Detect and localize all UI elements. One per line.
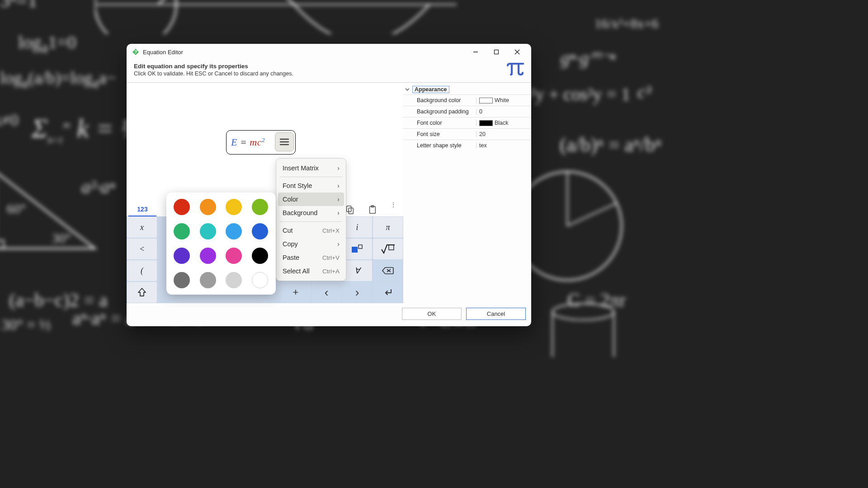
key-backspace[interactable]	[373, 260, 403, 281]
dialog-subtitle: Click OK to validate. Hit ESC or Cancel …	[134, 70, 506, 77]
prop-value[interactable]: tex	[476, 142, 531, 149]
prop-row-font-size[interactable]: Font size20	[403, 128, 531, 140]
color-swatch[interactable]	[252, 272, 268, 288]
svg-rect-1	[0, 240, 4, 249]
prop-name: Letter shape style	[403, 142, 476, 149]
svg-rect-13	[495, 50, 499, 54]
color-swatch[interactable]	[200, 223, 216, 239]
prop-value[interactable]: Black	[476, 120, 531, 126]
color-swatch[interactable]	[226, 223, 242, 239]
prop-value[interactable]: 0	[476, 108, 531, 115]
svg-rect-25	[389, 245, 394, 250]
prop-value[interactable]: White	[476, 97, 531, 103]
properties-pane: Appearance Background colorWhiteBackgrou…	[403, 83, 531, 303]
menu-separator	[279, 177, 343, 177]
chevron-right-icon: ›	[337, 196, 340, 203]
svg-point-7	[552, 304, 614, 320]
titlebar[interactable]: ? Equation Editor	[127, 44, 531, 60]
menu-background[interactable]: Background›	[278, 206, 344, 220]
key-x[interactable]: x	[127, 217, 157, 238]
chevron-right-icon: ›	[337, 182, 340, 189]
copy-icon[interactable]	[345, 205, 355, 215]
prop-name: Background color	[403, 97, 476, 103]
color-palette	[166, 192, 276, 295]
key-sqrt-template[interactable]	[373, 239, 403, 259]
dialog-footer: OK Cancel	[127, 303, 531, 326]
key-open-paren[interactable]: (	[127, 260, 157, 281]
prop-name: Font color	[403, 120, 476, 126]
menu-paste[interactable]: PasteCtrl+V	[278, 251, 344, 264]
dialog-header: Edit equation and specify its properties…	[127, 60, 531, 82]
color-swatch[interactable]	[252, 199, 268, 215]
equation-menu-button[interactable]	[275, 132, 294, 151]
pi-icon	[506, 62, 524, 75]
chevron-right-icon: ›	[337, 164, 340, 172]
key-shift[interactable]	[127, 282, 157, 303]
key-pi[interactable]: π	[373, 217, 403, 238]
menu-copy[interactable]: Copy›	[278, 237, 344, 251]
menu-select-all[interactable]: Select AllCtrl+A	[278, 264, 344, 278]
color-swatch[interactable]	[174, 272, 190, 288]
key-right-arrow[interactable]: ›	[342, 282, 372, 303]
app-icon: ?	[132, 48, 139, 56]
svg-line-6	[567, 203, 616, 226]
color-swatch[interactable]	[226, 248, 242, 264]
prop-name: Font size	[403, 131, 476, 137]
window-title: Equation Editor	[143, 49, 465, 56]
prop-row-background-padding[interactable]: Background padding0	[403, 106, 531, 117]
menu-font-style[interactable]: Font Style›	[278, 179, 344, 192]
equation-content: E = mc2	[231, 136, 265, 148]
prop-value[interactable]: 20	[476, 131, 531, 137]
color-swatch[interactable]	[174, 248, 190, 264]
key-left-arrow[interactable]: ‹	[311, 282, 341, 303]
appearance-section-header[interactable]: Appearance	[405, 86, 531, 93]
color-swatch[interactable]	[252, 223, 268, 239]
menu-insert-matrix[interactable]: Insert Matrix›	[278, 161, 344, 175]
svg-rect-24	[359, 245, 362, 249]
color-swatch[interactable]	[174, 223, 190, 239]
key-plus[interactable]: +	[281, 282, 311, 303]
equation-canvas[interactable]: E = mc2	[127, 83, 403, 203]
svg-text:?: ?	[134, 49, 137, 55]
maximize-button[interactable]	[486, 45, 507, 59]
equation-context-menu: Insert Matrix› Font Style› Color› Backgr…	[276, 158, 346, 281]
svg-rect-23	[352, 247, 358, 253]
hamburger-icon	[279, 138, 289, 146]
key-imaginary-i[interactable]: i	[342, 217, 372, 238]
prop-row-background-color[interactable]: Background colorWhite	[403, 94, 531, 106]
keypad-more-icon[interactable]: ⋮	[390, 201, 396, 215]
color-swatch[interactable]	[226, 272, 242, 288]
menu-cut[interactable]: CutCtrl+X	[278, 224, 344, 237]
key-enter[interactable]	[373, 282, 403, 303]
color-swatch[interactable]	[226, 199, 242, 215]
color-swatch[interactable]	[200, 248, 216, 264]
chevron-down-icon	[405, 87, 410, 92]
close-button[interactable]	[507, 45, 528, 59]
appearance-label: Appearance	[412, 86, 449, 93]
key-forall[interactable]: ∀	[342, 260, 372, 281]
ok-button[interactable]: OK	[402, 308, 462, 320]
prop-row-font-color[interactable]: Font colorBlack	[403, 117, 531, 128]
key-square-template[interactable]	[342, 239, 372, 259]
color-swatch[interactable]	[252, 248, 268, 264]
prop-name: Background padding	[403, 108, 476, 115]
minimize-button[interactable]	[465, 45, 486, 59]
chevron-right-icon: ›	[337, 209, 340, 216]
prop-row-letter-shape-style[interactable]: Letter shape styletex	[403, 140, 531, 151]
color-swatch[interactable]	[200, 272, 216, 288]
color-swatch-icon	[479, 120, 493, 126]
paste-icon[interactable]	[368, 205, 377, 215]
chevron-right-icon: ›	[337, 240, 340, 248]
tab-123[interactable]: 123	[128, 203, 156, 216]
color-swatch[interactable]	[174, 199, 190, 215]
dialog-title: Edit equation and specify its properties	[134, 63, 506, 70]
menu-separator	[279, 221, 343, 222]
menu-color[interactable]: Color›	[278, 192, 344, 206]
key-less-than[interactable]: <	[127, 239, 157, 259]
cancel-button[interactable]: Cancel	[466, 308, 526, 320]
color-swatch-icon	[479, 98, 493, 103]
svg-marker-0	[0, 172, 95, 249]
color-swatch[interactable]	[200, 199, 216, 215]
